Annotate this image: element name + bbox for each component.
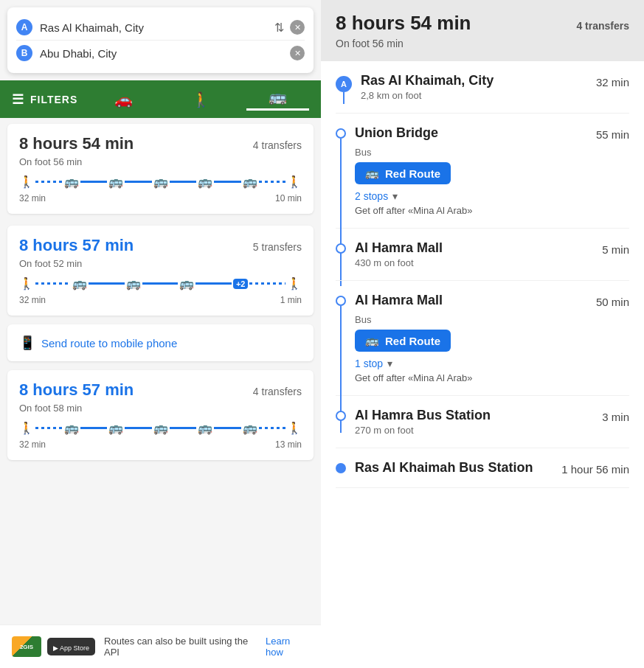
timeline-dot-3 [336, 243, 346, 254]
bus-icon-1a: 🚌 [64, 175, 79, 189]
route-time-right-1: 10 min [275, 193, 302, 203]
seg-line-1b [80, 181, 108, 183]
get-off-text-4: Get off after «Mina Al Arab» [355, 372, 589, 383]
filters-bar: ☰ FILTERS 🚗 🚶 🚌 [0, 80, 321, 118]
stops-text-2: 2 stops [355, 190, 388, 202]
timeline-content-2: Union Bridge Bus 🚌 Red Route 2 stops ▾ G… [355, 125, 589, 216]
bus-route-icon-4: 🚌 [365, 334, 379, 347]
bus-icon-1c: 🚌 [153, 175, 168, 189]
route-segments-3: 🚶 🚌 🚌 🚌 🚌 🚌 🚶 [19, 421, 302, 435]
route-card-1[interactable]: 8 hours 54 min 4 transfers On foot 56 mi… [7, 124, 314, 214]
duration-3: 5 min [602, 243, 629, 256]
timeline-item-6: Ras Al Khaimah Bus Station 1 hour 56 min [336, 448, 629, 488]
route-foot-1: On foot 56 min [19, 156, 302, 167]
chevron-down-icon-2: ▾ [392, 190, 398, 202]
timeline-item-5: Al Hamra Bus Station 270 m on foot 3 min [336, 396, 629, 448]
swap-button[interactable]: ⇅ [274, 21, 284, 35]
bus-icon-1e: 🚌 [243, 175, 257, 189]
station-6: Ras Al Khaimah Bus Station [355, 460, 554, 476]
red-route-name-2: Red Route [385, 167, 440, 180]
walk-icon-3a: 🚶 [19, 421, 34, 435]
seg-line-3e [214, 427, 241, 429]
duration-2: 55 min [596, 128, 629, 141]
filter-bus-icon[interactable]: 🚌 [246, 88, 309, 111]
seg-line-1f [259, 181, 286, 183]
station-sub-1: 2,8 km on foot [361, 90, 589, 101]
timeline-item-2: Union Bridge Bus 🚌 Red Route 2 stops ▾ G… [336, 114, 629, 229]
search-box: A Ras Al Khaimah, City ✕ ⇅ B Abu Dhabi, … [7, 7, 314, 73]
point-b-badge: B [16, 45, 32, 61]
station-5: Al Hamra Bus Station [355, 408, 595, 423]
filters-label: ☰ FILTERS [12, 91, 77, 108]
search-from-text[interactable]: Ras Al Khaimah, City [40, 21, 290, 34]
duration-4: 50 min [596, 296, 629, 308]
bus-icon-2a: 🚌 [72, 276, 87, 290]
route-card-3[interactable]: 8 hours 57 min 4 transfers On foot 58 mi… [7, 370, 314, 460]
duration-6: 1 hour 56 min [561, 463, 629, 476]
bus-section-4: Bus 🚌 Red Route 1 stop ▾ Get off after «… [355, 314, 589, 383]
search-from-row: A Ras Al Khaimah, City ✕ ⇅ [16, 15, 305, 40]
bus-section-2: Bus 🚌 Red Route 2 stops ▾ Get off after … [355, 147, 589, 216]
timeline-content-5: Al Hamra Bus Station 270 m on foot [355, 408, 595, 436]
bus-icon-3a: 🚌 [64, 421, 79, 435]
route-header-1: 8 hours 54 min 4 transfers [19, 134, 302, 153]
route-header-2: 8 hours 57 min 5 transfers [19, 236, 302, 255]
search-to-text[interactable]: Abu Dhabi, City [40, 47, 290, 60]
send-route-icon: 📱 [19, 335, 35, 351]
bus-icon-3c: 🚌 [153, 421, 168, 435]
bus-label-2: Bus [355, 147, 589, 158]
bottom-bar-text: Routes can also be built using the API [104, 636, 261, 658]
filter-car-icon[interactable]: 🚗 [92, 91, 155, 108]
bus-icon-1d: 🚌 [198, 175, 212, 189]
route-segments-2: 🚶 🚌 🚌 🚌 +2 🚶 [19, 276, 302, 290]
route-time-left-3: 32 min [19, 439, 46, 450]
timeline-dot-5 [336, 411, 346, 421]
right-header-time-row: 8 hours 54 min 4 transfers [336, 12, 629, 35]
seg-line-2e [249, 282, 285, 285]
timeline-item-1: A Ras Al Khaimah, City 2,8 km on foot 32… [336, 61, 629, 114]
route-header-3: 8 hours 57 min 4 transfers [19, 380, 302, 400]
stops-toggle-2[interactable]: 2 stops ▾ [355, 190, 589, 202]
bus-route-icon-2: 🚌 [365, 167, 379, 180]
bus-icon-1b: 🚌 [108, 175, 123, 189]
seg-line-1d [170, 181, 197, 183]
walk-icon-2a: 🚶 [19, 276, 34, 290]
seg-line-3f [259, 427, 286, 429]
learn-how-link[interactable]: Learn how [266, 636, 309, 658]
route-card-2[interactable]: 8 hours 57 min 5 transfers On foot 52 mi… [7, 226, 314, 316]
plus-badge-2: +2 [233, 279, 249, 289]
clear-from-button[interactable]: ✕ [290, 20, 305, 35]
filter-walk-icon[interactable]: 🚶 [170, 91, 232, 108]
route-time-3: 8 hours 57 min [19, 380, 134, 400]
walk-icon-2b: 🚶 [287, 276, 302, 290]
stops-toggle-4[interactable]: 1 stop ▾ [355, 358, 589, 369]
bus-icon-3b: 🚌 [108, 421, 123, 435]
route-segments-1: 🚶 🚌 🚌 🚌 🚌 🚌 🚶 [19, 175, 302, 189]
right-panel: 8 hours 54 min 4 transfers On foot 56 mi… [321, 0, 644, 668]
seg-line-2c [142, 282, 178, 285]
bus-icon-3d: 🚌 [198, 421, 212, 435]
send-route-bar[interactable]: 📱 Send route to mobile phone [7, 324, 314, 361]
station-4: Al Hamra Mall [355, 293, 589, 308]
clear-to-button[interactable]: ✕ [290, 46, 305, 60]
agis-logo: 2GIS [12, 636, 41, 657]
stops-text-4: 1 stop [355, 358, 383, 369]
route-transfers-2: 5 transfers [253, 241, 302, 253]
seg-line-3d [170, 427, 197, 429]
app-store-button[interactable]: ▶ App Store [47, 638, 95, 655]
route-transfers-1: 4 transfers [253, 139, 302, 151]
timeline-dot-2 [336, 128, 346, 139]
timeline-item-4: Al Hamra Mall Bus 🚌 Red Route 1 stop ▾ G… [336, 281, 629, 396]
timeline-content-4: Al Hamra Mall Bus 🚌 Red Route 1 stop ▾ G… [355, 293, 589, 383]
point-a-badge: A [16, 19, 32, 35]
route-transfers-3: 4 transfers [253, 386, 302, 397]
bus-icon-2b: 🚌 [126, 276, 141, 290]
station-1: Ras Al Khaimah, City [361, 73, 589, 88]
route-time-left-2: 32 min [19, 295, 46, 305]
timeline-item-3: Al Hamra Mall 430 m on foot 5 min [336, 229, 629, 281]
seg-line-3b [80, 427, 108, 429]
seg-line-1e [214, 181, 241, 183]
search-to-row: B Abu Dhabi, City ✕ [16, 40, 305, 66]
bottom-bar: 2GIS ▶ App Store Routes can also be buil… [0, 624, 321, 668]
route-time-2: 8 hours 57 min [19, 236, 134, 255]
